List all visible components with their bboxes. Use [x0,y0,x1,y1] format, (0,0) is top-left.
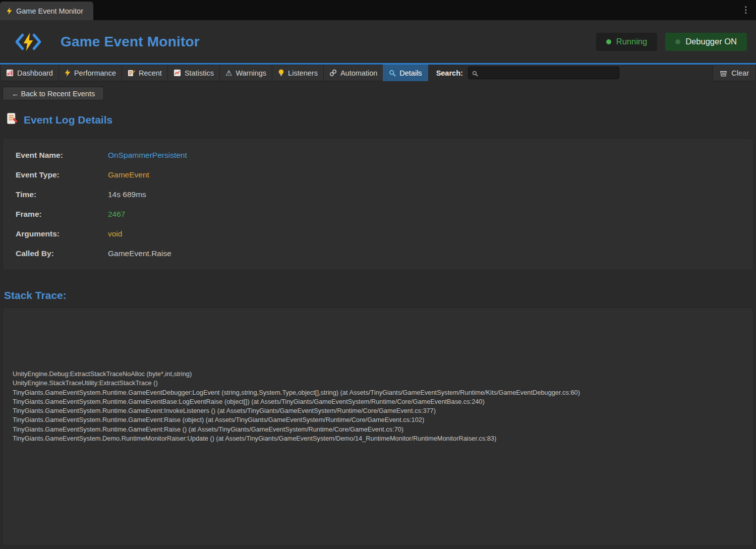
section-title: Event Log Details [24,114,112,126]
magnifier-icon [389,70,396,77]
app-logo-icon [14,31,42,53]
stack-trace-line: TinyGiants.GameEventSystem.Demo.RuntimeM… [13,434,744,443]
event-type-value: GameEvent [108,170,149,179]
running-dot-icon [606,39,611,44]
bar-chart-icon [6,69,14,77]
event-log-details-heading: Event Log Details [7,112,756,127]
detail-row-event-name: Event Name: OnSpammerPersistent [16,145,753,165]
back-to-recent-button[interactable]: ← Back to Recent Events [3,87,104,100]
tab-warnings[interactable]: ⚠ Warnings [219,65,272,81]
stack-trace-line: TinyGiants.GameEventSystem.Runtime.GameE… [13,415,744,424]
link-icon [329,69,337,77]
tab-statistics[interactable]: Statistics [167,65,220,81]
stack-trace-heading: Stack Trace: [4,289,756,301]
tab-performance[interactable]: Performance [59,65,122,81]
search-box [468,67,619,79]
clear-label: Clear [731,69,749,77]
tab-recent[interactable]: Recent [122,65,168,81]
details-panel: Event Name: OnSpammerPersistent Event Ty… [3,138,753,270]
frame-value: 2467 [108,210,125,219]
page-title: Game Event Monitor [61,34,200,50]
tab-details[interactable]: Details [383,65,428,81]
stack-trace-line: TinyGiants.GameEventSystem.Runtime.GameE… [13,388,744,397]
running-label: Running [616,37,647,46]
search-label: Search: [436,65,463,81]
detail-row-time: Time: 14s 689ms [16,185,753,204]
debugger-label: Debugger ON [685,37,737,46]
stack-trace-line: UnityEngine.StackTraceUtility:ExtractSta… [13,379,744,388]
app-header: Game Event Monitor Running Debugger ON [0,20,756,63]
stack-trace-panel[interactable]: UnityEngine.Debug:ExtractStackTraceNoAll… [3,308,753,545]
document-icon [7,112,18,127]
event-name-value: OnSpammerPersistent [108,151,187,160]
detail-row-frame: Frame: 2467 [16,204,753,224]
debugger-toggle-badge[interactable]: Debugger ON [665,33,747,51]
window-titlebar: Game Event Monitor ⋮ [0,0,756,20]
detail-row-event-type: Event Type: GameEvent [16,165,753,185]
stack-trace-line: TinyGiants.GameEventSystem.Runtime.GameE… [13,406,744,415]
field-label: Time: [16,190,108,199]
tab-automation[interactable]: Automation [323,65,383,81]
running-status-badge: Running [596,33,657,51]
field-label: Frame: [16,210,108,219]
field-label: Called By: [16,249,108,258]
arguments-value: void [108,229,122,238]
editor-window-tab[interactable]: Game Event Monitor [0,2,93,20]
note-pencil-icon [128,69,135,77]
lightning-icon [7,8,12,15]
called-by-value: GameEvent.Raise [108,249,171,258]
stack-trace-line: TinyGiants.GameEventSystem.Runtime.GameE… [13,425,744,434]
tab-dashboard[interactable]: Dashboard [0,65,59,81]
warning-icon: ⚠ [225,69,232,77]
search-input[interactable] [468,67,619,79]
field-label: Event Type: [16,170,108,179]
stack-trace-line: UnityEngine.Debug:ExtractStackTraceNoAll… [13,370,744,379]
kebab-menu-icon[interactable]: ⋮ [741,5,750,15]
stack-trace-line: TinyGiants.GameEventSystem.Runtime.GameE… [13,397,744,406]
toolbar: Dashboard Performance Recent Statistics … [0,65,756,81]
debugger-dot-icon [675,39,680,44]
time-value: 14s 689ms [108,190,146,199]
field-label: Arguments: [16,229,108,238]
tab-listeners[interactable]: Listeners [272,65,324,81]
bulb-icon [278,69,284,77]
window-tab-title: Game Event Monitor [16,7,83,15]
header-badges: Running Debugger ON [596,33,748,51]
detail-row-arguments: Arguments: void [16,224,753,243]
detail-row-called-by: Called By: GameEvent.Raise [16,243,753,263]
clear-button[interactable]: Clear [713,65,756,81]
lightning-icon [65,69,71,77]
trash-icon [720,70,727,77]
back-row: ← Back to Recent Events [3,87,756,100]
field-label: Event Name: [16,151,108,160]
stats-chart-icon [173,69,181,77]
